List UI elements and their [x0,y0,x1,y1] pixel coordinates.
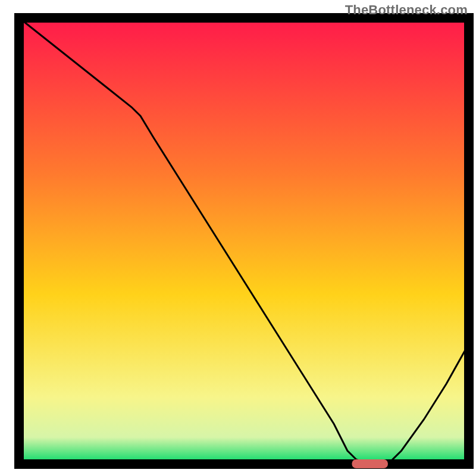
bottleneck-chart [0,0,476,476]
plot-background [19,18,469,464]
watermark-text: TheBottleneck.com [345,2,468,18]
optimal-marker [352,459,387,468]
